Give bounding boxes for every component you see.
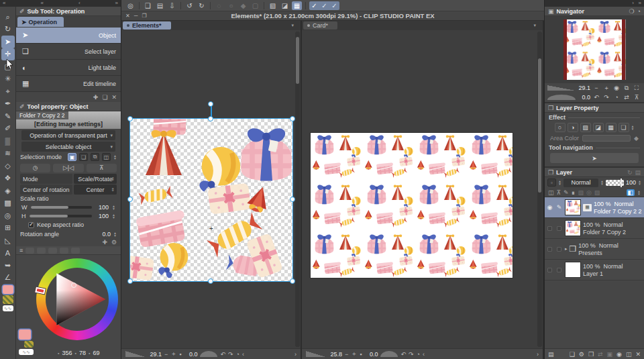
delete-layer-icon[interactable]: ✕ <box>635 351 641 358</box>
effect-halftone-icon[interactable]: ◑ <box>568 123 578 132</box>
tool-zoom[interactable]: ⌕ <box>1 11 15 23</box>
effect-grid-icon[interactable]: ▦ <box>606 123 616 132</box>
visibility-eye-icon[interactable]: ◉ <box>546 204 553 211</box>
sub-color-swatch[interactable] <box>24 341 34 348</box>
opacity-slider[interactable] <box>606 180 624 186</box>
tool-decoration[interactable]: ≋ <box>1 148 15 160</box>
information-tab-icon[interactable]: ◔ <box>637 8 641 15</box>
effect-stepper[interactable]: ▲▼ <box>631 125 635 130</box>
navigator-rotation-value[interactable]: 0.0 <box>578 94 590 101</box>
transform-handle-s[interactable] <box>208 278 213 284</box>
card-canvas-area[interactable] <box>302 30 543 348</box>
main-color-swatch[interactable] <box>19 329 31 340</box>
nav-fit-screen-icon[interactable]: ⧉ <box>623 85 631 92</box>
flip-vertical-button[interactable]: ⊼ <box>87 164 117 172</box>
tool-balloon[interactable]: ➥ <box>1 259 15 272</box>
nav-flip-vertical-icon[interactable]: ⊼ <box>633 94 641 101</box>
zoom-out-icon[interactable]: − <box>164 351 168 358</box>
lock-layer-icon[interactable]: ∎ <box>572 189 576 196</box>
rotate-left-icon[interactable]: ↶ <box>220 351 225 358</box>
delete-subtool-icon[interactable]: ✕ <box>111 94 117 101</box>
tool-blend[interactable]: ❖ <box>1 172 15 185</box>
nav-fit-window-icon[interactable]: ⛶ <box>633 85 641 92</box>
zoom-slider[interactable] <box>125 351 146 357</box>
reset-rotation-icon[interactable]: ◔ <box>417 351 420 358</box>
tool-ruler[interactable]: ∠ <box>1 272 15 285</box>
color-slider-tab[interactable] <box>37 248 46 254</box>
effect-border-icon[interactable]: ◪ <box>593 123 604 132</box>
tool-eyedropper[interactable]: ⌖ <box>1 85 15 98</box>
visibility-checkbox[interactable] <box>547 226 552 231</box>
tab-list-chevron-icon[interactable]: ▾ <box>533 23 536 28</box>
height-slider[interactable] <box>30 215 93 217</box>
transform-handle-se[interactable] <box>290 278 295 284</box>
zoom-in-icon[interactable]: ＋ <box>170 350 176 358</box>
foreground-color-swatch[interactable] <box>3 285 13 294</box>
minimize-window-icon[interactable]: ─ <box>134 13 138 19</box>
new-file-icon[interactable]: ❑ <box>143 1 153 10</box>
enable-mask-icon[interactable]: ◎ <box>586 189 592 196</box>
forward-icon[interactable]: › <box>537 351 539 358</box>
combine-layer-icon[interactable]: ▣ <box>607 351 613 358</box>
subview-tab-icon[interactable]: ❍ <box>629 8 634 15</box>
flip-horizontal-button[interactable]: ▷|◁ <box>53 164 83 172</box>
subtool-item-select-layer[interactable]: ❏ Select layer <box>16 44 121 60</box>
tool-navigation-button[interactable]: ➤ <box>550 153 639 163</box>
navigator-thumbnail[interactable] <box>561 19 628 80</box>
folder-expand-icon[interactable]: ▸ <box>565 246 568 252</box>
panel-list-icon[interactable]: ▤ <box>548 351 554 358</box>
rotation-slider[interactable] <box>200 351 217 357</box>
color-wheel[interactable] <box>36 258 118 340</box>
collapse-left-icon[interactable]: « <box>3 1 5 6</box>
opacity-value[interactable]: 100 <box>626 179 636 186</box>
nav-actual-size-icon[interactable]: ◉ <box>612 85 621 91</box>
layer-search-tab-icon[interactable]: ↻ <box>627 169 633 176</box>
effect-tone-icon[interactable]: ○ <box>555 123 566 132</box>
edit-checkbox[interactable] <box>557 226 561 231</box>
transfer-layer-icon[interactable]: ⇄ <box>598 351 603 358</box>
tool-selection-marquee[interactable]: ▢ <box>1 60 15 73</box>
width-value[interactable]: 100 <box>95 204 109 211</box>
navigator-zoom-slider[interactable] <box>547 85 576 91</box>
effect-screen-icon[interactable]: ▨ <box>580 123 591 132</box>
selection-launcher-icon[interactable]: ▧ <box>268 1 278 10</box>
blend-mode-dropdown[interactable]: Normal <box>564 178 598 187</box>
transparent-color-swatch[interactable]: ∿∿ <box>3 305 13 311</box>
zoom-slider[interactable] <box>306 351 326 357</box>
add-subtool-icon[interactable]: ✚ <box>93 94 99 101</box>
undo-icon[interactable]: ↺ <box>184 1 195 10</box>
reference-layer-icon[interactable]: ⊼ <box>557 189 561 196</box>
draft-layer-icon[interactable]: ✎ <box>564 189 569 196</box>
tool-move-layer[interactable]: ✛ <box>1 48 15 61</box>
keep-aspect-checkbox[interactable]: ✓ <box>28 222 34 228</box>
tool-airbrush[interactable]: ▒ <box>1 135 15 148</box>
collapse-left3-icon[interactable]: ‹ <box>78 1 80 6</box>
selection-mode-add-button[interactable]: ❏ <box>79 153 88 161</box>
zoom-fit-icon[interactable]: ▪ <box>179 351 181 358</box>
tool-brush[interactable]: ✐ <box>1 123 15 136</box>
tab-list-chevron-icon[interactable]: ▾ <box>291 23 294 28</box>
tool-gradient[interactable]: ▩ <box>1 197 15 210</box>
color-wheel-tab[interactable] <box>25 248 34 254</box>
transform-handle-ne[interactable] <box>290 116 295 121</box>
layer-name[interactable]: Layer 1 <box>583 270 623 277</box>
nav-flip-horizontal-icon[interactable]: ⇄ <box>623 94 631 101</box>
transparent-part-dropdown[interactable]: Operation of transparent part ▾ <box>21 130 115 140</box>
elements-vscrollbar[interactable] <box>295 32 300 347</box>
zoom-in-icon[interactable]: ＋ <box>351 350 357 358</box>
layer-name[interactable]: Folder 7 Copy 2 2 <box>594 208 642 215</box>
rotate-90-button[interactable]: ◷ <box>20 164 50 172</box>
layer-mask-icon[interactable]: ◉ <box>616 351 622 358</box>
new-layer-icon[interactable]: ❑ <box>570 351 575 358</box>
clip-to-layer-icon[interactable]: ◫ <box>548 189 554 196</box>
transform-handle-e[interactable] <box>290 197 295 202</box>
center-dropdown[interactable]: Center ⇕ <box>74 185 117 195</box>
effect-extract-icon[interactable]: ❏ <box>619 123 629 132</box>
close-window-icon[interactable]: ✕ <box>125 13 130 19</box>
tool-eraser[interactable]: ◇ <box>1 160 15 172</box>
color-set-tab[interactable] <box>48 248 57 254</box>
rotation-angle-value[interactable]: 0.0 <box>97 231 111 238</box>
collapse-left2-icon[interactable]: « <box>40 1 43 6</box>
subtool-item-object[interactable]: ➤ Object <box>16 28 121 44</box>
elements-zoom-value[interactable]: 29.1 <box>148 351 162 358</box>
